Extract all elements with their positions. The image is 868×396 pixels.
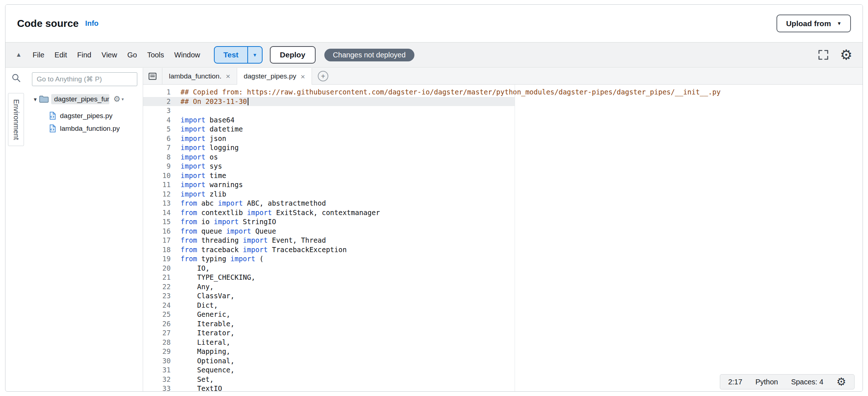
code-line-19[interactable]: 19from typing import ( — [143, 254, 863, 264]
deploy-button[interactable]: Deploy — [270, 46, 316, 64]
code-line-11[interactable]: 11import warnings — [143, 180, 863, 190]
settings-gear-icon[interactable]: ⚙ — [840, 48, 852, 62]
environment-tab[interactable]: Environment — [8, 93, 24, 146]
code-line-2[interactable]: 2## On 2023-11-30 — [143, 97, 863, 106]
menu-item-window[interactable]: Window — [169, 51, 205, 59]
code-line-10[interactable]: 10import time — [143, 171, 863, 181]
code-line-13[interactable]: 13from abc import ABC, abstractmethod — [143, 199, 863, 208]
code-line-text: import sys — [181, 162, 222, 171]
folder-name: dagster_pipes_func — [51, 94, 109, 104]
code-line-27[interactable]: 27 Iterator, — [143, 328, 863, 338]
code-line-text: import os — [181, 153, 218, 162]
code-line-text: ClassVar, — [181, 291, 235, 301]
editor-statusbar: 2:17 Python Spaces: 4 ⚙ — [720, 374, 855, 389]
code-line-text: from abc import ABC, abstractmethod — [181, 199, 326, 208]
search-icon[interactable] — [11, 73, 21, 83]
tab-close-icon[interactable]: × — [301, 73, 305, 80]
print-margin-line — [515, 85, 515, 391]
code-line-text: import zlib — [181, 190, 226, 199]
menu-item-view[interactable]: View — [96, 51, 122, 59]
tab-list-icon[interactable] — [143, 68, 162, 84]
code-line-3[interactable]: 3 — [143, 106, 863, 116]
changes-not-deployed-badge: Changes not deployed — [324, 49, 414, 61]
cursor-position[interactable]: 2:17 — [728, 378, 742, 386]
info-link[interactable]: Info — [85, 19, 99, 28]
code-line-15[interactable]: 15from io import StringIO — [143, 217, 863, 227]
goto-anything-input[interactable] — [32, 72, 137, 86]
code-line-6[interactable]: 6import json — [143, 134, 863, 144]
line-number: 15 — [143, 217, 177, 227]
tab-close-icon[interactable]: × — [226, 72, 230, 80]
code-line-text: Mapping, — [181, 347, 230, 356]
tree-file-lambda_function-py[interactable]: lambda_function.py — [27, 122, 143, 135]
code-line-text: from traceback import TracebackException — [181, 245, 347, 255]
code-line-5[interactable]: 5import datetime — [143, 125, 863, 134]
code-line-14[interactable]: 14from contextlib import ExitStack, cont… — [143, 208, 863, 218]
code-line-9[interactable]: 9import sys — [143, 162, 863, 171]
code-line-text: ## On 2023-11-30 — [181, 97, 248, 106]
tree-file-dagster_pipes-py[interactable]: dagster_pipes.py — [27, 109, 143, 122]
menu-item-file[interactable]: File — [28, 51, 49, 59]
spaces-setting[interactable]: Spaces: 4 — [791, 378, 823, 386]
menu-item-tools[interactable]: Tools — [142, 51, 169, 59]
line-number: 25 — [143, 310, 177, 319]
line-number: 3 — [143, 106, 177, 116]
code-editor[interactable]: 1## Copied from: https://raw.githubuserc… — [143, 85, 863, 391]
code-line-31[interactable]: 31 Sequence, — [143, 365, 863, 375]
code-lines: 1## Copied from: https://raw.githubuserc… — [143, 88, 863, 391]
line-number: 24 — [143, 301, 177, 310]
line-number: 6 — [143, 134, 177, 144]
code-line-7[interactable]: 7import logging — [143, 143, 863, 153]
tree-settings-button[interactable]: ⚙ ▾ — [113, 95, 124, 103]
code-line-28[interactable]: 28 Literal, — [143, 338, 863, 347]
file-name-label: dagster_pipes.py — [60, 112, 113, 120]
line-number: 13 — [143, 199, 177, 208]
code-line-4[interactable]: 4import base64 — [143, 116, 863, 125]
disclosure-open-icon[interactable]: ▾ — [34, 96, 37, 103]
language-mode[interactable]: Python — [755, 378, 778, 386]
line-number: 27 — [143, 328, 177, 338]
code-line-text: Optional, — [181, 356, 235, 366]
line-number: 14 — [143, 208, 177, 218]
code-line-29[interactable]: 29 Mapping, — [143, 347, 863, 356]
code-line-26[interactable]: 26 Iterable, — [143, 319, 863, 329]
code-line-text: Any, — [181, 282, 214, 292]
code-line-12[interactable]: 12import zlib — [143, 190, 863, 199]
code-line-17[interactable]: 17from threading import Event, Thread — [143, 236, 863, 245]
code-line-text: import logging — [181, 143, 239, 153]
code-line-1[interactable]: 1## Copied from: https://raw.githubuserc… — [143, 88, 863, 97]
tree-folder-row[interactable]: ▾ dagster_pipes_func ⚙ ▾ — [27, 93, 143, 106]
code-line-18[interactable]: 18from traceback import TracebackExcepti… — [143, 245, 863, 255]
line-number: 22 — [143, 282, 177, 292]
python-file-icon — [49, 124, 56, 133]
code-line-22[interactable]: 22 Any, — [143, 282, 863, 292]
code-line-text: TextIO — [181, 384, 222, 391]
code-line-8[interactable]: 8import os — [143, 153, 863, 162]
code-line-text: Set, — [181, 375, 214, 384]
code-line-24[interactable]: 24 Dict, — [143, 301, 863, 310]
editor-settings-gear-icon[interactable]: ⚙ — [836, 376, 846, 387]
add-tab-button[interactable]: + — [318, 71, 328, 81]
caret-down-icon: ▾ — [122, 97, 124, 102]
code-line-21[interactable]: 21 TYPE_CHECKING, — [143, 273, 863, 282]
test-dropdown-button[interactable]: ▼ — [247, 47, 262, 63]
tab-bar: lambda_function.×dagster_pipes.py× + — [143, 68, 863, 85]
line-number: 28 — [143, 338, 177, 347]
code-line-23[interactable]: 23 ClassVar, — [143, 291, 863, 301]
tab-dagster_pipespy[interactable]: dagster_pipes.py× — [237, 68, 312, 85]
line-number: 8 — [143, 153, 177, 162]
code-line-30[interactable]: 30 Optional, — [143, 356, 863, 366]
menu-item-edit[interactable]: Edit — [49, 51, 72, 59]
test-button[interactable]: Test — [215, 47, 247, 63]
code-line-text: from typing import ( — [181, 254, 264, 264]
code-line-20[interactable]: 20 IO, — [143, 264, 863, 273]
fullscreen-icon[interactable] — [818, 49, 829, 61]
tab-lambda_function[interactable]: lambda_function.× — [162, 68, 237, 84]
menu-item-go[interactable]: Go — [122, 51, 142, 59]
line-number: 16 — [143, 227, 177, 236]
code-line-25[interactable]: 25 Generic, — [143, 310, 863, 319]
collapse-panel-icon[interactable]: ▲ — [16, 51, 22, 58]
upload-from-button[interactable]: Upload from ▼ — [776, 15, 851, 32]
code-line-16[interactable]: 16from queue import Queue — [143, 227, 863, 236]
menu-item-find[interactable]: Find — [72, 51, 97, 59]
